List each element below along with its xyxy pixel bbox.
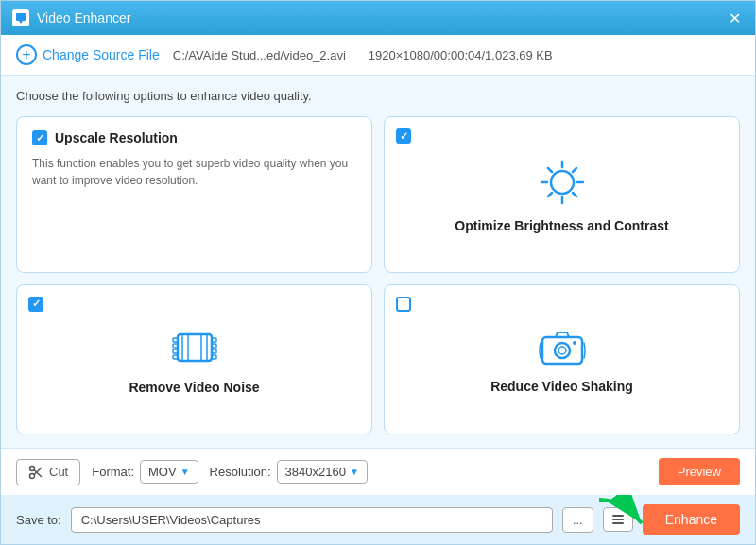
- brightness-title: Optimize Brightness and Contrast: [455, 218, 668, 233]
- svg-rect-16: [173, 349, 178, 353]
- save-path-input[interactable]: [71, 507, 553, 533]
- noise-title: Remove Video Noise: [129, 380, 259, 395]
- plus-icon: +: [16, 44, 37, 65]
- source-file-path: C:/AVAide Stud...ed/video_2.avi: [173, 48, 346, 62]
- upscale-desc: This function enables you to get superb …: [32, 155, 356, 189]
- svg-rect-0: [16, 13, 26, 21]
- option-card-upscale: ✓ Upscale Resolution This function enabl…: [16, 116, 372, 273]
- svg-line-8: [573, 193, 576, 196]
- svg-point-24: [558, 347, 566, 354]
- instruction-text: Choose the following options to enhance …: [16, 89, 740, 103]
- format-value: MOV: [148, 465, 177, 479]
- close-button[interactable]: ✕: [725, 9, 744, 27]
- format-select[interactable]: MOV ▼: [140, 460, 198, 484]
- arrow-indicator: [594, 495, 651, 536]
- format-label: Format:: [92, 465, 134, 479]
- option-card-brightness: ✓ Optimize Brightness an: [384, 116, 740, 273]
- save-bar: Save to: ... Enhance: [1, 495, 755, 544]
- content-area: Choose the following options to enhance …: [1, 76, 755, 448]
- source-bar: + Change Source File C:/AVAide Stud...ed…: [1, 35, 755, 76]
- resolution-dropdown-arrow: ▼: [350, 467, 359, 477]
- cut-label: Cut: [49, 465, 68, 479]
- window-title: Video Enhancer: [37, 10, 130, 26]
- option-card-shaking: Reduce Video Shaking: [384, 284, 740, 435]
- svg-rect-22: [542, 337, 582, 364]
- resolution-select[interactable]: 3840x2160 ▼: [277, 460, 368, 484]
- svg-rect-17: [173, 355, 178, 359]
- enhance-label: Enhance: [665, 512, 717, 527]
- svg-line-10: [548, 193, 552, 196]
- svg-rect-18: [212, 338, 216, 342]
- upscale-checkbox[interactable]: ✓: [32, 130, 47, 145]
- change-source-label: Change Source File: [43, 47, 160, 62]
- svg-rect-14: [173, 338, 178, 342]
- option-card-noise: ✓ Remove Video Noise: [16, 284, 372, 435]
- svg-point-25: [573, 341, 576, 345]
- browse-button[interactable]: ...: [562, 507, 593, 533]
- camera-icon: [539, 324, 586, 371]
- enhance-button[interactable]: Enhance: [643, 504, 740, 535]
- resolution-value: 3840x2160: [285, 465, 346, 479]
- format-dropdown-arrow: ▼: [180, 467, 190, 477]
- browse-dots: ...: [573, 513, 583, 527]
- title-bar: Video Enhancer ✕: [1, 1, 755, 35]
- upscale-title: Upscale Resolution: [55, 130, 178, 145]
- shaking-title: Reduce Video Shaking: [490, 379, 633, 394]
- preview-label: Preview: [678, 465, 721, 479]
- noise-checkbox[interactable]: ✓: [28, 297, 43, 312]
- svg-rect-19: [212, 344, 216, 348]
- preview-button[interactable]: Preview: [659, 458, 740, 485]
- svg-rect-13: [201, 334, 207, 361]
- svg-rect-12: [182, 334, 188, 361]
- svg-point-23: [555, 343, 570, 358]
- film-icon: [170, 323, 219, 372]
- brightness-checkbox[interactable]: ✓: [396, 128, 411, 144]
- svg-point-27: [30, 473, 35, 478]
- green-arrow-icon: [594, 495, 651, 533]
- svg-line-9: [573, 168, 576, 172]
- svg-line-7: [548, 168, 552, 172]
- scissors-icon: [28, 465, 43, 480]
- toolbar: Cut Format: MOV ▼ Resolution: 3840x2160 …: [1, 448, 755, 495]
- svg-rect-21: [212, 355, 216, 359]
- change-source-button[interactable]: + Change Source File: [16, 44, 160, 65]
- shaking-checkbox[interactable]: [396, 297, 411, 312]
- svg-rect-15: [173, 344, 178, 348]
- svg-rect-20: [212, 349, 216, 353]
- resolution-label: Resolution:: [210, 465, 271, 479]
- sun-icon: [536, 156, 589, 209]
- svg-marker-1: [19, 21, 23, 24]
- save-label: Save to:: [16, 513, 61, 527]
- main-window: Video Enhancer ✕ + Change Source File C:…: [0, 0, 756, 545]
- cut-button[interactable]: Cut: [16, 459, 80, 485]
- svg-point-26: [30, 466, 35, 470]
- source-file-info: 1920×1080/00:00:04/1,023.69 KB: [369, 48, 553, 62]
- app-icon: [12, 9, 29, 26]
- options-grid: ✓ Upscale Resolution This function enabl…: [16, 116, 740, 434]
